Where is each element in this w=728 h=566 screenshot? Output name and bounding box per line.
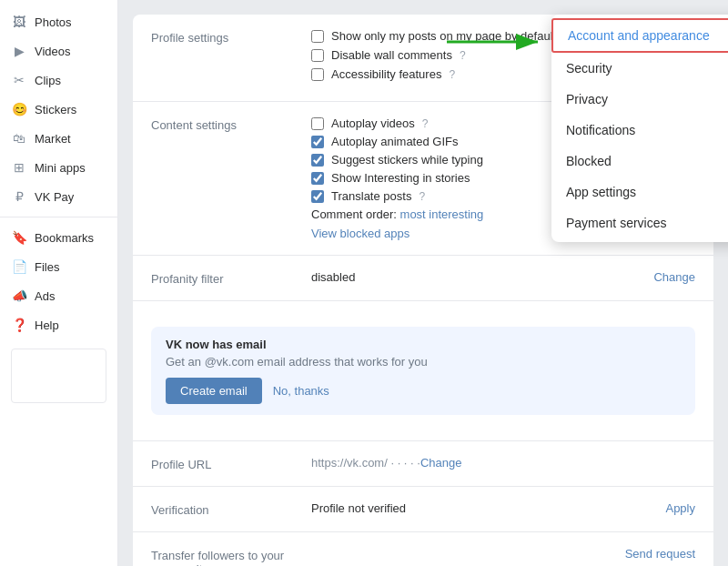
verification-apply[interactable]: Apply [665, 501, 695, 515]
profile-url-value: https://vk.com/ · · · · · [311, 456, 420, 470]
dropdown-item-app-settings[interactable]: App settings [551, 177, 728, 207]
dropdown-item-privacy[interactable]: Privacy [551, 84, 728, 115]
sidebar-item-vk-pay[interactable]: ₽ VK Pay [0, 182, 117, 211]
profanity-filter-section: Profanity filter disabled Change [133, 256, 713, 301]
dropdown-item-label: Payment services [566, 216, 666, 230]
sidebar-item-label: Ads [35, 289, 55, 303]
verification-content: Profile not verified Apply [311, 501, 695, 515]
verification-value: Profile not verified [311, 501, 665, 515]
profile-url-change[interactable]: Change [420, 456, 462, 470]
dropdown-item-security[interactable]: Security VK ID [551, 53, 728, 84]
dropdown-item-label: Privacy [566, 92, 608, 106]
disable-wall-label: Disable wall comments [331, 48, 452, 62]
main-content: Profile settings Show only my posts on m… [118, 0, 728, 566]
videos-icon: ▶ [11, 43, 27, 59]
profanity-filter-value: disabled [311, 270, 653, 284]
sidebar-item-label: Bookmarks [35, 231, 94, 245]
sidebar-item-files[interactable]: 📄 Files [0, 252, 117, 281]
mini-apps-icon: ⊞ [11, 159, 27, 176]
verification-section: Verification Profile not verified Apply [133, 487, 713, 532]
files-icon: 📄 [11, 258, 27, 275]
autoplay-videos-help-icon[interactable]: ? [422, 117, 429, 130]
accessibility-checkbox[interactable] [311, 68, 324, 81]
sidebar-item-market[interactable]: 🛍 Market [0, 124, 117, 153]
sidebar-item-videos[interactable]: ▶ Videos [0, 36, 117, 66]
clips-icon: ✂ [11, 72, 27, 88]
translate-posts-help-icon[interactable]: ? [419, 190, 425, 203]
autoplay-gifs-label: Autoplay animated GIFs [331, 135, 458, 148]
sidebar-item-label: Mini apps [35, 161, 86, 175]
profanity-filter-content: disabled Change [311, 270, 695, 284]
sidebar-item-label: Market [35, 132, 71, 146]
transfer-followers-content: Send request [311, 547, 695, 561]
sidebar-item-label: Help [35, 318, 59, 332]
verification-label: Verification [151, 501, 297, 517]
transfer-followers-action[interactable]: Send request [625, 547, 695, 561]
create-email-button[interactable]: Create email [166, 378, 262, 404]
sidebar-item-clips[interactable]: ✂ Clips [0, 66, 117, 95]
dropdown-item-label: Blocked [566, 154, 612, 168]
help-icon: ❓ [11, 317, 27, 333]
bookmarks-icon: 🔖 [11, 229, 27, 246]
dropdown-item-payment-services[interactable]: Payment services [551, 207, 728, 238]
sidebar-widget [11, 349, 106, 403]
no-thanks-button[interactable]: No, thanks [273, 384, 329, 398]
autoplay-gifs-checkbox[interactable] [311, 136, 324, 148]
market-icon: 🛍 [11, 130, 27, 147]
autoplay-videos-label: Autoplay videos [331, 116, 415, 130]
email-promo-box: VK now has email Get an @vk.com email ad… [151, 327, 695, 415]
dropdown-item-label: App settings [566, 185, 636, 199]
sidebar-item-label: Photos [35, 15, 71, 29]
profanity-filter-label: Profanity filter [151, 270, 297, 286]
sidebar-item-label: Clips [35, 74, 61, 87]
promo-actions: Create email No, thanks [166, 378, 681, 404]
dropdown-menu: Account and appearance Security VK ID Pr… [551, 15, 728, 242]
profile-url-content: https://vk.com/ · · · · · Change [311, 456, 695, 470]
sidebar-item-label: Videos [35, 45, 71, 58]
transfer-followers-row: Send request [311, 547, 695, 561]
transfer-followers-label: Transfer followers to your community [151, 547, 297, 566]
sidebar-item-photos[interactable]: 🖼 Photos [0, 7, 117, 36]
suggest-stickers-checkbox[interactable] [311, 154, 324, 167]
profile-url-row: https://vk.com/ · · · · · Change [311, 456, 695, 470]
show-only-posts-checkbox[interactable] [311, 30, 324, 43]
promo-description: Get an @vk.com email address that works … [166, 355, 681, 369]
sidebar-item-stickers[interactable]: 😊 Stickers [0, 95, 117, 124]
sidebar-item-help[interactable]: ❓ Help [0, 310, 117, 339]
transfer-followers-section: Transfer followers to your community Sen… [133, 532, 713, 566]
content-settings-label: Content settings [151, 116, 297, 132]
dropdown-item-label: Account and appearance [568, 28, 710, 43]
sidebar: 🖼 Photos ▶ Videos ✂ Clips 😊 Stickers 🛍 M… [0, 0, 118, 566]
sidebar-item-label: Stickers [35, 103, 76, 116]
show-interesting-label: Show Interesting in stories [331, 171, 470, 185]
profanity-filter-change[interactable]: Change [653, 270, 695, 284]
dropdown-item-notifications[interactable]: Notifications [551, 115, 728, 146]
green-arrow-top [442, 19, 551, 65]
comment-order-label: Comment order: [311, 207, 397, 221]
dropdown-item-label: Security [566, 61, 612, 76]
dropdown-item-label: Notifications [566, 123, 635, 137]
disable-wall-checkbox[interactable] [311, 49, 324, 62]
show-interesting-checkbox[interactable] [311, 172, 324, 185]
sidebar-item-ads[interactable]: 📣 Ads [0, 281, 117, 310]
profile-settings-label: Profile settings [151, 29, 297, 45]
translate-posts-checkbox[interactable] [311, 190, 324, 203]
sidebar-item-mini-apps[interactable]: ⊞ Mini apps [0, 153, 117, 182]
profanity-filter-row: disabled Change [311, 270, 695, 284]
sidebar-item-label: VK Pay [35, 190, 74, 204]
comment-order-value[interactable]: most interesting [400, 207, 484, 221]
stickers-icon: 😊 [11, 101, 27, 117]
profile-url-section: Profile URL https://vk.com/ · · · · · Ch… [133, 441, 713, 487]
dropdown-item-account-appearance[interactable]: Account and appearance [551, 18, 728, 53]
ads-icon: 📣 [11, 288, 27, 304]
profile-url-label: Profile URL [151, 456, 297, 471]
translate-posts-label: Translate posts [331, 189, 411, 203]
autoplay-videos-checkbox[interactable] [311, 117, 324, 130]
sidebar-item-bookmarks[interactable]: 🔖 Bookmarks [0, 223, 117, 252]
promo-title: VK now has email [166, 338, 681, 351]
email-promo-section: VK now has email Get an @vk.com email ad… [133, 301, 713, 441]
vkpay-icon: ₽ [11, 188, 27, 205]
accessibility-help-icon[interactable]: ? [449, 68, 455, 81]
dropdown-item-blocked[interactable]: Blocked [551, 146, 728, 177]
sidebar-item-label: Files [35, 260, 59, 274]
